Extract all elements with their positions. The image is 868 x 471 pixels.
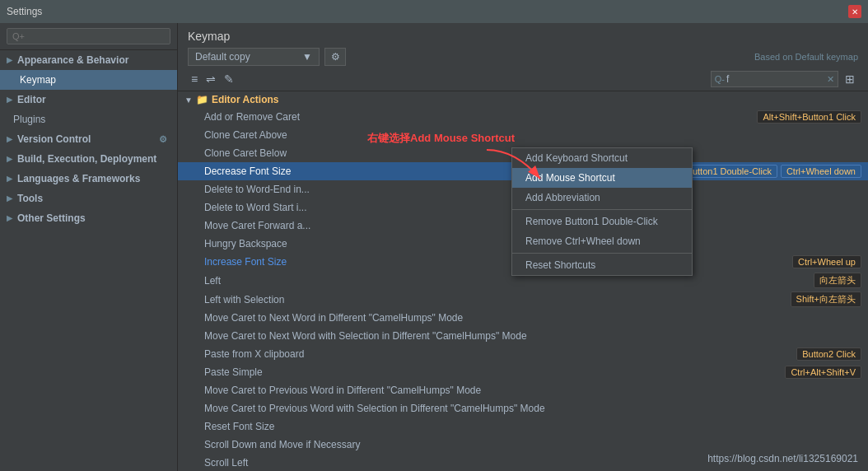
vcs-icon: ⚙: [159, 134, 167, 145]
table-row[interactable]: Add or Remove Caret Alt+Shift+Button1 Cl…: [178, 108, 868, 126]
collapse-all-icon[interactable]: ⇌: [203, 71, 219, 87]
keymap-table: ▼ 📁 Editor Actions Add or Remove Caret A…: [178, 91, 868, 471]
sidebar: ▶ Appearance & Behavior Keymap ▶ Editor …: [0, 23, 178, 471]
context-menu-remove-ctrl-wheel[interactable]: Remove Ctrl+Wheel down: [512, 231, 692, 251]
dropdown-row: Default copy ▼ ⚙ Based on Default keymap: [188, 48, 858, 66]
toolbar-row: ≡ ⇌ ✎ Q- ✕ ⊞: [188, 71, 858, 87]
table-row[interactable]: Move Caret to Next Word with Selection i…: [178, 327, 868, 345]
sidebar-item-keymap[interactable]: Keymap: [0, 70, 177, 90]
arrow-icon: ▶: [7, 135, 12, 143]
row-label: Move Caret to Next Word with Selection i…: [204, 330, 861, 342]
editor-actions-header[interactable]: ▼ 📁 Editor Actions: [178, 91, 868, 108]
title-text: Settings: [7, 6, 42, 17]
shortcuts-container: Button2 Click: [796, 347, 861, 361]
sidebar-item-plugins[interactable]: Plugins: [0, 110, 177, 129]
expand-search-icon[interactable]: ⊞: [842, 71, 858, 87]
sidebar-item-tools[interactable]: ▶ Tools: [0, 189, 177, 208]
context-menu: Add Keyboard Shortcut Add Mouse Shortcut…: [511, 147, 693, 276]
shortcut-tag: 向左箭头: [814, 273, 861, 288]
shortcuts-container: Ctrl+Wheel up: [792, 255, 861, 268]
arrow-icon: ▶: [7, 56, 12, 64]
sidebar-item-label: Appearance & Behavior: [17, 54, 128, 66]
shortcuts-container: Shift+向左箭头: [791, 291, 861, 307]
table-row[interactable]: Scroll Down and Move if Necessary: [178, 436, 868, 454]
sidebar-item-label: Version Control: [17, 133, 91, 145]
shortcut-tag: Button2 Click: [796, 347, 861, 361]
table-row[interactable]: Scroll Left: [178, 454, 868, 471]
edit-icon[interactable]: ✎: [221, 71, 237, 87]
arrow-icon: ▶: [7, 194, 12, 203]
table-row[interactable]: Paste Simple Ctrl+Alt+Shift+V: [178, 363, 868, 381]
search-prefix-icon: Q-: [715, 74, 725, 84]
arrow-icon: ▶: [7, 175, 12, 183]
row-label: Move Caret to Next Word in Different "Ca…: [204, 312, 861, 324]
dropdown-arrow-icon: ▼: [302, 51, 312, 63]
content-header: Keymap Default copy ▼ ⚙ Based on Default…: [178, 23, 868, 91]
sidebar-item-editor[interactable]: ▶ Editor: [0, 90, 177, 110]
gear-button[interactable]: ⚙: [324, 48, 346, 66]
menu-item-label: Remove Button1 Double-Click: [525, 216, 658, 227]
expand-all-icon[interactable]: ≡: [188, 71, 201, 87]
toolbar-icons: ≡ ⇌ ✎: [188, 71, 237, 87]
shortcuts-container: 向左箭头: [814, 273, 861, 288]
search-clear-icon[interactable]: ✕: [827, 74, 834, 85]
context-menu-add-mouse[interactable]: Add Mouse Shortcut: [512, 168, 692, 188]
table-row[interactable]: Paste from X clipboard Button2 Click: [178, 345, 868, 363]
sidebar-item-version-control[interactable]: ▶ Version Control ⚙: [0, 129, 177, 149]
row-label: Left with Selection: [204, 294, 791, 305]
close-button[interactable]: ✕: [848, 5, 861, 18]
row-label: Paste from X clipboard: [204, 348, 796, 360]
sidebar-item-label: Keymap: [20, 74, 56, 86]
shortcut-tag: Ctrl+Alt+Shift+V: [785, 366, 861, 379]
shortcut-tag: Button1 Double-Click: [681, 165, 777, 178]
sidebar-item-appearance[interactable]: ▶ Appearance & Behavior: [0, 50, 177, 70]
row-label: Scroll Down and Move if Necessary: [204, 439, 861, 450]
context-menu-remove-button1[interactable]: Remove Button1 Double-Click: [512, 212, 692, 231]
menu-item-label: Add Keyboard Shortcut: [525, 152, 628, 164]
arrow-icon: ▶: [7, 96, 12, 104]
row-label: Add or Remove Caret: [204, 111, 757, 123]
shortcuts-container: Alt+Shift+Button1 Click: [757, 110, 861, 124]
row-label: Scroll Left: [204, 457, 861, 469]
toolbar-right: Q- ✕ ⊞: [711, 71, 858, 87]
keymap-dropdown[interactable]: Default copy ▼: [188, 48, 320, 66]
row-label: Increase Font Size: [204, 256, 792, 268]
search-box: Q- ✕: [711, 71, 838, 87]
context-menu-reset-shortcuts[interactable]: Reset Shortcuts: [512, 255, 692, 275]
sidebar-search-container: [0, 23, 177, 50]
table-row[interactable]: Move Caret to Previous Word in Different…: [178, 381, 868, 399]
context-menu-add-abbreviation[interactable]: Add Abbreviation: [512, 188, 692, 208]
row-label: Clone Caret Above: [204, 129, 861, 141]
folder-icon: 📁: [196, 94, 208, 105]
based-on-label: Based on Default keymap: [754, 52, 858, 62]
menu-separator: [512, 253, 692, 254]
shortcut-tag: Alt+Shift+Button1 Click: [757, 110, 861, 124]
row-label: Move Caret to Previous Word in Different…: [204, 385, 861, 396]
shortcuts-container: Ctrl+Alt+Shift+V: [785, 366, 861, 379]
table-row[interactable]: Move Caret to Next Word in Different "Ca…: [178, 309, 868, 327]
shortcut-tag: Ctrl+Wheel up: [792, 255, 861, 268]
table-row[interactable]: Move Caret to Previous Word with Selecti…: [178, 399, 868, 417]
sidebar-item-label: Build, Execution, Deployment: [17, 153, 156, 165]
row-label: Reset Font Size: [204, 421, 861, 432]
context-menu-add-keyboard[interactable]: Add Keyboard Shortcut: [512, 148, 692, 168]
arrow-icon: ▶: [7, 214, 12, 222]
arrow-icon: ▶: [7, 155, 12, 163]
table-row[interactable]: Reset Font Size: [178, 417, 868, 436]
table-row[interactable]: Left with Selection Shift+向左箭头: [178, 290, 868, 309]
title-bar: Settings ✕: [0, 0, 868, 23]
sidebar-item-label: Other Settings: [17, 212, 86, 224]
section-arrow-icon: ▼: [184, 96, 193, 105]
menu-item-label: Reset Shortcuts: [525, 259, 595, 271]
sidebar-item-build[interactable]: ▶ Build, Execution, Deployment: [0, 149, 177, 169]
sidebar-search-input[interactable]: [7, 28, 170, 44]
content-area: Keymap Default copy ▼ ⚙ Based on Default…: [178, 23, 868, 471]
table-row[interactable]: Clone Caret Above: [178, 126, 868, 144]
page-title: Keymap: [188, 30, 858, 43]
shortcut-tag: Ctrl+Wheel down: [781, 165, 861, 178]
sidebar-item-languages[interactable]: ▶ Languages & Frameworks: [0, 169, 177, 189]
sidebar-item-other[interactable]: ▶ Other Settings: [0, 208, 177, 228]
shortcut-tag: Shift+向左箭头: [791, 291, 861, 307]
search-input[interactable]: [726, 73, 825, 85]
editor-actions-label: Editor Actions: [212, 94, 279, 105]
